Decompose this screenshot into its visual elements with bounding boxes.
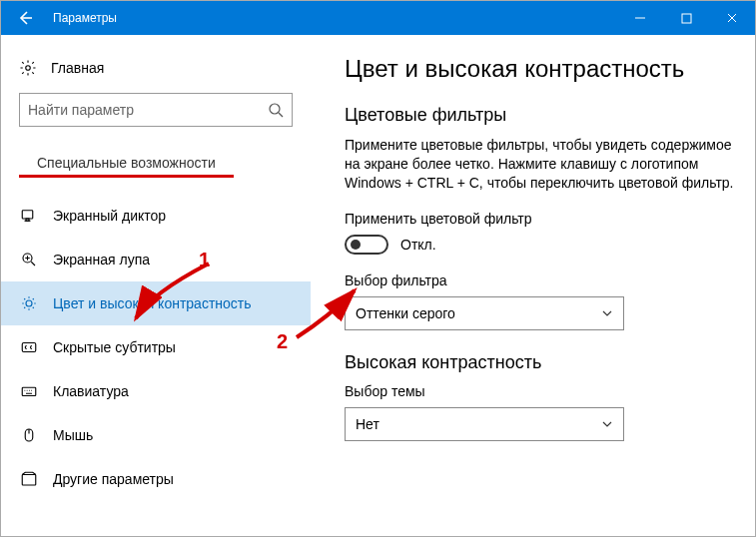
maximize-button[interactable] bbox=[663, 1, 709, 35]
close-button[interactable] bbox=[709, 1, 755, 35]
svg-rect-3 bbox=[22, 211, 33, 219]
svg-rect-8 bbox=[22, 387, 36, 395]
magnifier-icon bbox=[19, 250, 39, 269]
svg-point-1 bbox=[26, 66, 31, 71]
sidebar-item-magnifier[interactable]: Экранная лупа bbox=[1, 238, 311, 281]
main-panel: Цвет и высокая контрастность Цветовые фи… bbox=[311, 35, 755, 537]
narrator-icon bbox=[19, 206, 39, 226]
section-color-filters: Цветовые фильтры bbox=[345, 105, 737, 126]
sidebar-item-label: Мышь bbox=[53, 427, 93, 443]
window-title: Параметры bbox=[49, 11, 617, 25]
close-icon bbox=[726, 12, 738, 24]
theme-select[interactable]: Нет bbox=[345, 407, 624, 441]
category-header: Специальные возможности bbox=[19, 127, 234, 178]
filter-select[interactable]: Оттенки серого bbox=[345, 296, 624, 330]
sidebar-item-label: Экранная лупа bbox=[53, 252, 150, 268]
svg-point-2 bbox=[270, 104, 280, 114]
svg-rect-7 bbox=[22, 343, 36, 352]
cc-icon bbox=[19, 337, 39, 357]
home-label: Главная bbox=[51, 60, 104, 76]
minimize-button[interactable] bbox=[617, 1, 663, 35]
filter-select-value: Оттенки серого bbox=[356, 305, 455, 321]
search-icon bbox=[268, 102, 284, 118]
sidebar-item-color-contrast[interactable]: Цвет и высокая контрастность bbox=[1, 281, 311, 325]
svg-point-6 bbox=[26, 300, 32, 306]
sidebar-item-mouse[interactable]: Мышь bbox=[1, 413, 311, 457]
chevron-down-icon bbox=[601, 418, 613, 430]
sidebar-item-cc[interactable]: Скрытые субтитры bbox=[1, 325, 311, 369]
section-high-contrast: Высокая контрастность bbox=[345, 352, 737, 373]
svg-rect-0 bbox=[682, 14, 691, 23]
page-title: Цвет и высокая контрастность bbox=[345, 55, 737, 83]
toggle-knob bbox=[351, 240, 361, 250]
title-bar: Параметры bbox=[1, 1, 755, 35]
chevron-down-icon bbox=[601, 307, 613, 319]
sidebar-item-label: Скрытые субтитры bbox=[53, 339, 176, 355]
other-icon bbox=[19, 469, 39, 489]
sidebar-item-label: Другие параметры bbox=[53, 471, 174, 487]
brightness-icon bbox=[19, 293, 39, 313]
filters-description: Примените цветовые фильтры, чтобы увидет… bbox=[345, 136, 737, 193]
home-link[interactable]: Главная bbox=[1, 53, 311, 83]
maximize-icon bbox=[681, 13, 692, 24]
sidebar: Главная Найти параметр Специальные возмо… bbox=[1, 35, 311, 537]
minimize-icon bbox=[634, 12, 646, 24]
toggle-state-label: Откл. bbox=[400, 237, 436, 253]
gear-icon bbox=[19, 59, 37, 77]
theme-select-value: Нет bbox=[356, 416, 379, 432]
sidebar-item-label: Экранный диктор bbox=[53, 208, 166, 224]
search-placeholder: Найти параметр bbox=[28, 102, 134, 118]
apply-filter-label: Применить цветовой фильтр bbox=[345, 211, 737, 227]
sidebar-item-narrator[interactable]: Экранный диктор bbox=[1, 194, 311, 238]
apply-filter-toggle[interactable] bbox=[345, 235, 388, 255]
nav-list: Экранный диктор Экранная лупа bbox=[1, 194, 311, 501]
back-arrow-icon bbox=[16, 9, 34, 27]
keyboard-icon bbox=[19, 381, 39, 401]
sidebar-item-label: Клавиатура bbox=[53, 383, 129, 399]
mouse-icon bbox=[19, 425, 39, 445]
theme-select-label: Выбор темы bbox=[345, 383, 737, 399]
window-controls bbox=[617, 1, 755, 35]
sidebar-item-other[interactable]: Другие параметры bbox=[1, 457, 311, 501]
svg-rect-10 bbox=[22, 475, 36, 486]
sidebar-item-keyboard[interactable]: Клавиатура bbox=[1, 369, 311, 413]
filter-select-label: Выбор фильтра bbox=[345, 272, 737, 288]
sidebar-item-label: Цвет и высокая контрастность bbox=[53, 295, 252, 311]
back-button[interactable] bbox=[1, 1, 49, 35]
search-input[interactable]: Найти параметр bbox=[19, 93, 293, 127]
